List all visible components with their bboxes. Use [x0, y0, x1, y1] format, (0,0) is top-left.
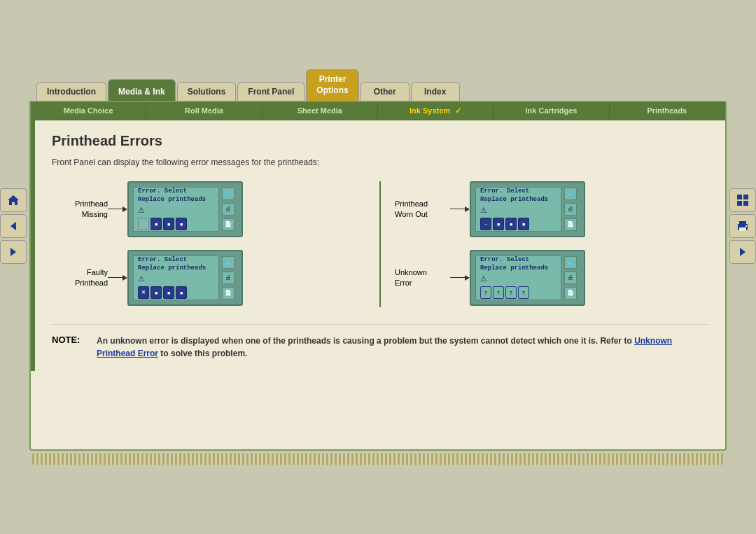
- subtab-sheet-media[interactable]: Sheet Media: [262, 102, 378, 120]
- svg-marker-1: [10, 222, 16, 230]
- tab-solutions[interactable]: Solutions: [177, 82, 237, 101]
- subtab-media-choice[interactable]: Media Choice: [31, 102, 146, 120]
- arrow-worn: [450, 206, 470, 212]
- label-worn: PrintheadWorn Out: [391, 199, 450, 219]
- diagram-worn: PrintheadWorn Out Error. SelectReplace p…: [391, 181, 708, 237]
- diagram-missing: PrintheadMissing Error. SelectReplace pr…: [52, 181, 370, 237]
- subtab-printheads[interactable]: Printheads: [610, 102, 725, 120]
- print-button[interactable]: [729, 214, 756, 238]
- svg-marker-11: [740, 248, 746, 256]
- subtab-roll-media[interactable]: Roll Media: [146, 102, 262, 120]
- tab-introduction[interactable]: Introduction: [36, 82, 106, 101]
- arrow-unknown: [450, 275, 470, 281]
- tab-media-ink[interactable]: Media & Ink: [108, 79, 176, 101]
- forward-left-icon: [6, 245, 20, 259]
- svg-rect-6: [743, 201, 748, 206]
- svg-marker-2: [10, 248, 16, 256]
- note-section: NOTE: An unknown error is displayed when…: [52, 324, 708, 371]
- lcd-missing: Error. SelectReplace printheads ⚠ □ ■ ■ …: [127, 181, 243, 237]
- back-button[interactable]: [0, 214, 27, 238]
- svg-rect-3: [737, 195, 742, 199]
- home-icon: [6, 193, 20, 207]
- home-button[interactable]: [0, 188, 27, 212]
- svg-rect-8: [739, 221, 746, 225]
- check-mark: ✓: [455, 106, 461, 115]
- bottom-toolbar: [29, 454, 727, 465]
- thumbnail-button[interactable]: [729, 188, 756, 212]
- arrow-missing: [108, 206, 127, 212]
- label-faulty: FaultyPrinthead: [52, 267, 108, 288]
- lcd-unknown: Error. SelectReplace printheads ⚠ ? ? ? …: [470, 250, 585, 306]
- diagram-unknown: UnknownError Error. SelectReplace printh…: [391, 250, 708, 306]
- next-button[interactable]: [729, 240, 756, 264]
- top-navigation: Introduction Media & Ink Solutions Front…: [29, 69, 727, 100]
- label-missing: PrintheadMissing: [52, 199, 108, 219]
- thumbnail-icon: [736, 193, 750, 207]
- scroll-bar[interactable]: [32, 454, 724, 465]
- svg-rect-4: [743, 195, 748, 199]
- print-icon: [736, 219, 750, 233]
- lcd-worn: Error. SelectReplace printheads ⚠ ~ ■ ■ …: [470, 181, 585, 237]
- tab-index[interactable]: Index: [411, 82, 460, 101]
- svg-marker-0: [8, 195, 19, 205]
- tab-printer-options[interactable]: PrinterOptions: [306, 69, 358, 100]
- lcd-faulty: Error. SelectReplace printheads ⚠ ✕ ■ ■ …: [127, 250, 243, 306]
- vertical-divider: [379, 181, 381, 307]
- svg-rect-5: [737, 201, 742, 206]
- tab-front-panel[interactable]: Front Panel: [237, 82, 304, 101]
- subtab-ink-cartridges[interactable]: Ink Cartridges: [493, 102, 609, 120]
- label-unknown: UnknownError: [391, 267, 450, 288]
- note-text: An unknown error is displayed when one o…: [97, 335, 708, 360]
- intro-text: Front Panel can display the following er…: [52, 157, 708, 167]
- page-title: Printhead Errors: [52, 133, 708, 149]
- forward-left-button[interactable]: [0, 240, 27, 264]
- svg-rect-10: [746, 225, 747, 227]
- diagram-faulty: FaultyPrinthead Error. SelectReplace pri…: [52, 250, 370, 306]
- sub-navigation: Media Choice Roll Media Sheet Media Ink …: [31, 102, 725, 120]
- note-label: NOTE:: [52, 335, 87, 360]
- back-icon: [6, 219, 20, 233]
- tab-other[interactable]: Other: [360, 82, 410, 101]
- subtab-ink-system[interactable]: Ink System ✓: [378, 102, 493, 120]
- main-content-area: Media Choice Roll Media Sheet Media Ink …: [29, 101, 727, 451]
- next-icon: [736, 245, 750, 259]
- svg-rect-9: [739, 227, 746, 231]
- arrow-faulty: [108, 275, 127, 281]
